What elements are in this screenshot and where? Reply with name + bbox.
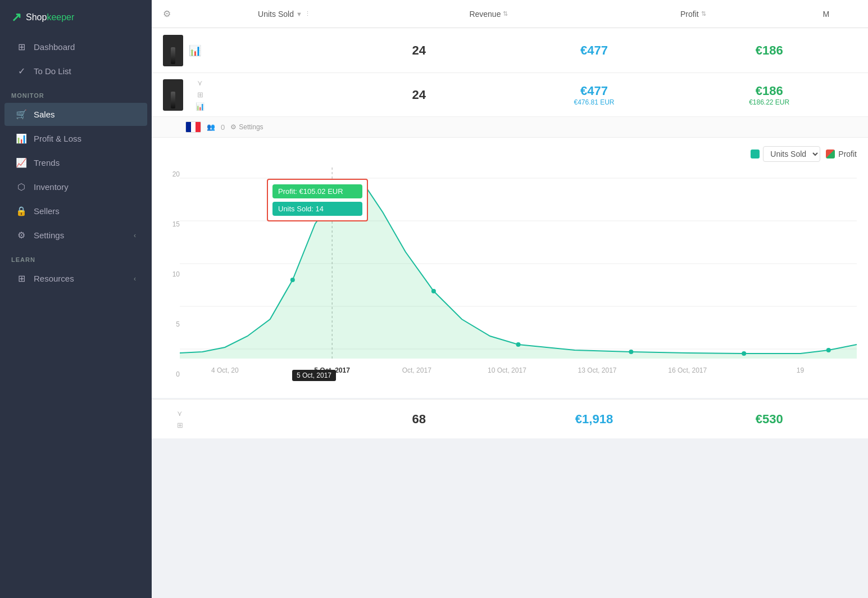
svg-text:Oct, 2017: Oct, 2017 — [402, 366, 432, 374]
product-image — [163, 35, 183, 66]
sidebar-item-trends[interactable]: 📈 Trends — [4, 151, 147, 174]
product-cell-2: ⋎ ⊞ 📊 — [163, 79, 331, 111]
settings-gear-icon: ⚙ — [230, 123, 237, 131]
more-col-label: M — [823, 10, 830, 19]
monitor-section-label: MONITOR — [0, 83, 152, 102]
active-date-label: 5 Oct, 2017 — [292, 370, 336, 381]
y-label-10: 10 — [163, 270, 180, 278]
sales-icon: 🛒 — [16, 109, 27, 120]
grid-icon[interactable]: ⊞ — [197, 90, 203, 99]
col-units-sold: Units Sold ▼ ⋮ — [182, 10, 387, 19]
product-cell: 📊 — [163, 35, 331, 66]
svg-point-8 — [431, 289, 436, 293]
sidebar-item-dashboard[interactable]: ⊞ Dashboard — [4, 35, 147, 58]
logo-icon: ↗ — [11, 10, 21, 25]
settings-icon: ⚙ — [16, 230, 27, 241]
svg-text:13 Oct, 2017: 13 Oct, 2017 — [578, 366, 617, 374]
revenue-value: €477 — [507, 43, 682, 58]
svg-point-12 — [826, 348, 831, 352]
revenue-value-2: €477 €476.81 EUR — [507, 84, 682, 106]
sidebar-item-sellers[interactable]: 🔒 Sellers — [4, 200, 147, 223]
users-count: 0 — [221, 123, 225, 132]
units-sold-dropdown[interactable]: Units Sold — [763, 146, 820, 162]
inventory-icon: ⬡ — [16, 182, 27, 192]
profit-legend-color — [826, 150, 835, 158]
sidebar-item-resources[interactable]: ⊞ Resources ‹ — [4, 267, 147, 290]
units-sold-value-2: 24 — [331, 88, 507, 102]
sidebar: ↗ Shopkeeper ⊞ Dashboard ✓ To Do List MO… — [0, 0, 152, 598]
legend-profit: Profit — [826, 150, 857, 158]
sidebar-item-profit-loss[interactable]: 📊 Profit & Loss — [4, 127, 147, 150]
chart-section: Units Sold Profit 20 15 10 5 0 — [152, 138, 868, 398]
expand-icons: ⋎ ⊞ 📊 — [189, 79, 211, 111]
profit-loss-icon: 📊 — [16, 133, 27, 144]
units-sold-menu-icon[interactable]: ⋮ — [305, 10, 311, 17]
sidebar-item-label: Resources — [34, 274, 74, 283]
svg-point-11 — [742, 351, 746, 356]
logo: ↗ Shopkeeper — [0, 0, 152, 35]
revenue-sub: €476.81 EUR — [507, 98, 682, 106]
svg-point-9 — [516, 342, 520, 347]
expand-down-icon[interactable]: ⋎ — [197, 79, 203, 87]
profit-sub: €186.22 EUR — [681, 98, 857, 106]
table-row-expanded: ⋎ ⊞ 📊 24 €477 €476.81 EUR €186 €186.22 E… — [152, 73, 868, 138]
chart-wrapper: 20 15 10 5 0 — [163, 167, 857, 392]
svg-text:16 Oct, 2017: 16 Oct, 2017 — [668, 366, 707, 374]
settings-link-label: Settings — [239, 123, 263, 131]
bottom-revenue: €1,918 — [507, 412, 682, 427]
y-axis-labels: 20 15 10 5 0 — [163, 167, 180, 381]
mini-chart-icon[interactable]: 📊 — [189, 44, 201, 57]
france-flag — [185, 121, 201, 133]
sidebar-item-inventory[interactable]: ⬡ Inventory — [4, 175, 147, 198]
sidebar-item-label: Dashboard — [34, 42, 75, 52]
settings-link[interactable]: ⚙ Settings — [230, 123, 263, 131]
y-label-20: 20 — [163, 170, 180, 178]
sidebar-item-sales[interactable]: 🛒 Sales — [4, 103, 147, 126]
legend-units-sold: Units Sold — [751, 146, 820, 162]
svg-text:19: 19 — [797, 366, 805, 374]
logo-text: Shopkeeper — [26, 12, 74, 22]
units-sold-legend-color — [751, 150, 760, 158]
content-area: ⚙ Units Sold ▼ ⋮ Revenue ⇅ Profit ⇅ M — [152, 0, 868, 598]
sidebar-item-todo[interactable]: ✓ To Do List — [4, 60, 147, 83]
bottom-grid-icon[interactable]: ⊞ — [177, 421, 183, 429]
sidebar-item-label: Inventory — [34, 182, 69, 192]
sidebar-item-label: To Do List — [34, 66, 71, 76]
y-label-0: 0 — [163, 370, 180, 378]
product-image-2 — [163, 79, 183, 111]
svg-point-6 — [290, 278, 295, 282]
sidebar-item-settings[interactable]: ⚙ Settings ‹ — [4, 224, 147, 247]
logo-keeper: keeper — [47, 12, 74, 22]
col-revenue: Revenue ⇅ — [387, 10, 591, 19]
tooltip-units-label: Units Sold: 14 — [272, 202, 362, 216]
table-row: 📊 24 €477 €186 — [152, 28, 868, 73]
bottom-units: 68 — [331, 412, 507, 427]
profit-sort-icon[interactable]: ⇅ — [701, 10, 706, 17]
chevron-icon: ‹ — [134, 232, 136, 239]
svg-text:10 Oct, 2017: 10 Oct, 2017 — [488, 366, 526, 374]
bottom-profit: €530 — [681, 412, 857, 427]
resources-icon: ⊞ — [16, 273, 27, 284]
units-sold-sort-icon[interactable]: ▼ — [296, 11, 302, 17]
users-count-icon: 👥 — [207, 123, 215, 131]
resources-chevron-icon: ‹ — [134, 275, 136, 283]
todo-icon: ✓ — [16, 66, 27, 76]
chart-expand-icon[interactable]: 📊 — [196, 102, 204, 111]
sidebar-item-label: Settings — [34, 230, 64, 240]
product-img-inner — [171, 47, 175, 64]
bottom-expand-down-icon[interactable]: ⋎ — [177, 409, 183, 418]
chart-tooltip: Profit: €105.02 EUR Units Sold: 14 — [267, 179, 368, 221]
bottom-row: ⋎ ⊞ 68 €1,918 €530 — [152, 399, 868, 438]
profit-value-2: €186 €186.22 EUR — [681, 84, 857, 106]
dashboard-icon: ⊞ — [16, 42, 27, 52]
revenue-sort-icon[interactable]: ⇅ — [503, 10, 508, 17]
y-label-15: 15 — [163, 220, 180, 228]
y-label-5: 5 — [163, 320, 180, 328]
profit-legend-label: Profit — [838, 150, 857, 158]
col-profit: Profit ⇅ — [591, 10, 796, 19]
gear-icon[interactable]: ⚙ — [163, 8, 182, 19]
bottom-expand-icons: ⋎ ⊞ — [169, 409, 191, 429]
trends-icon: 📈 — [16, 157, 27, 168]
col-more: M — [796, 10, 857, 19]
tooltip-profit-label: Profit: €105.02 EUR — [272, 184, 362, 198]
